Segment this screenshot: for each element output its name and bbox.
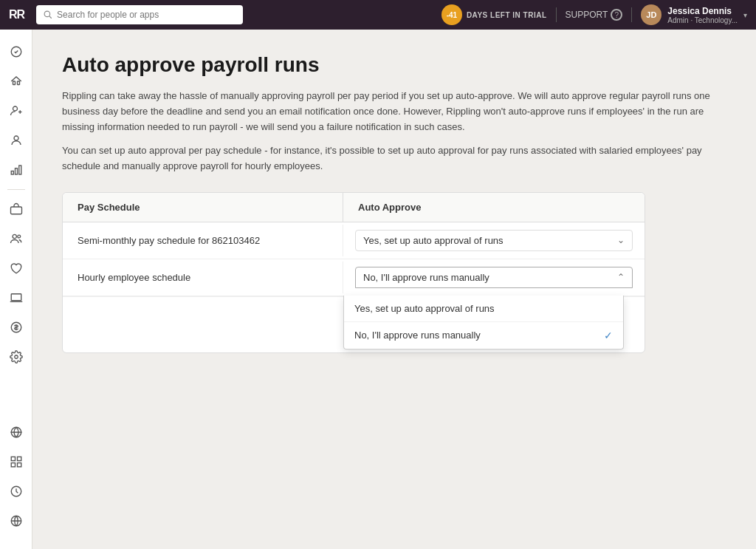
svg-rect-12: [10, 207, 21, 214]
chevron-up-icon: ⌃: [617, 272, 625, 282]
avatar: JD: [641, 4, 662, 25]
sidebar-item-gear[interactable]: [3, 344, 30, 370]
sidebar-item-globe[interactable]: [3, 419, 30, 446]
user-details: Jessica Dennis Admin · Technology...: [667, 6, 738, 24]
dropdown-trigger-1[interactable]: Yes, set up auto approval of runs ⌄: [355, 230, 633, 251]
dropdown-option-no[interactable]: No, I'll approve runs manually ✓: [344, 322, 623, 349]
nav-divider: [556, 7, 557, 22]
svg-rect-15: [11, 294, 21, 301]
col-approve-header: Auto Approve: [343, 193, 645, 222]
search-input[interactable]: [57, 10, 236, 20]
sidebar-item-laptop[interactable]: [3, 284, 30, 311]
help-icon: ?: [611, 9, 622, 21]
col-schedule-header: Pay Schedule: [63, 193, 343, 222]
dropdown-value-1: Yes, set up auto approval of runs: [363, 235, 504, 246]
sidebar-item-people[interactable]: [3, 225, 30, 252]
sidebar-item-settings-globe[interactable]: [3, 508, 30, 534]
sidebar-item-clock[interactable]: [3, 478, 30, 505]
sidebar-item-barchart[interactable]: [3, 157, 30, 183]
schedule-cell-2: Hourly employee schedule: [63, 262, 343, 293]
chevron-down-icon: ▾: [743, 11, 747, 19]
sidebar-bottom: [3, 419, 30, 540]
table-row: Semi-monthly pay schedule for 862103462 …: [63, 222, 645, 259]
trial-label: DAYS LEFT IN TRIAL: [467, 11, 547, 19]
sidebar-item-heart[interactable]: [3, 255, 30, 282]
nav-divider2: [631, 7, 632, 22]
chevron-down-icon: ⌄: [617, 235, 625, 245]
user-name: Jessica Dennis: [667, 6, 738, 16]
description-1: Rippling can take away the hassle of man…: [62, 89, 726, 134]
svg-rect-21: [11, 457, 15, 460]
payroll-schedule-table: Pay Schedule Auto Approve Semi-monthly p…: [62, 192, 645, 353]
svg-rect-9: [11, 171, 13, 175]
sidebar-item-home[interactable]: [3, 68, 30, 95]
user-role: Admin · Technology...: [667, 16, 738, 24]
sidebar-item-person-add[interactable]: [3, 98, 30, 124]
svg-rect-3: [13, 81, 15, 85]
dropdown-trigger-2[interactable]: No, I'll approve runs manually ⌃: [355, 267, 633, 288]
svg-line-1: [49, 16, 52, 18]
sidebar-item-person[interactable]: [3, 127, 30, 154]
svg-point-5: [13, 106, 17, 111]
svg-rect-10: [15, 168, 17, 174]
schedule-cell-1: Semi-monthly pay schedule for 862103462: [63, 225, 343, 256]
table-header: Pay Schedule Auto Approve: [63, 193, 645, 222]
approve-cell-1[interactable]: Yes, set up auto approval of runs ⌄: [343, 222, 645, 259]
sidebar-divider1: [7, 189, 25, 190]
sidebar-item-grid[interactable]: [3, 449, 30, 475]
top-navigation: RR -41 DAYS LEFT IN TRIAL SUPPORT ? JD J…: [0, 0, 756, 30]
svg-point-14: [17, 235, 20, 238]
dropdown-option-yes[interactable]: Yes, set up auto approval of runs: [344, 296, 623, 322]
page-title: Auto approve payroll runs: [62, 53, 726, 77]
trial-days: -41: [441, 4, 462, 25]
support-label: SUPPORT: [566, 10, 608, 20]
svg-point-19: [14, 355, 18, 359]
svg-rect-11: [18, 166, 21, 174]
table-row: Hourly employee schedule No, I'll approv…: [63, 259, 645, 296]
dropdown-value-2: No, I'll approve runs manually: [363, 272, 489, 283]
trial-badge: -41 DAYS LEFT IN TRIAL: [441, 4, 547, 25]
search-bar[interactable]: [36, 5, 243, 24]
sidebar-item-dollar[interactable]: [3, 314, 30, 341]
sidebar: [0, 30, 32, 549]
svg-rect-24: [17, 463, 21, 467]
svg-rect-22: [17, 457, 21, 460]
sidebar-item-check[interactable]: [3, 38, 30, 65]
svg-rect-23: [11, 463, 15, 467]
app-logo: RR: [9, 8, 24, 21]
sidebar-item-briefcase[interactable]: [3, 196, 30, 222]
svg-point-8: [14, 136, 18, 140]
search-icon: [44, 10, 52, 19]
svg-rect-4: [17, 81, 19, 85]
approve-cell-2[interactable]: No, I'll approve runs manually ⌃ Yes, se…: [343, 259, 645, 296]
main-layout: Auto approve payroll runs Rippling can t…: [0, 30, 756, 549]
checkmark-icon: ✓: [604, 330, 613, 341]
description-2: You can set up auto approval per pay sch…: [62, 143, 726, 174]
user-menu[interactable]: JD Jessica Dennis Admin · Technology... …: [641, 4, 747, 25]
svg-point-13: [13, 234, 16, 238]
dropdown-option-no-label: No, I'll approve runs manually: [354, 330, 481, 341]
support-button[interactable]: SUPPORT ?: [566, 9, 623, 21]
dropdown-option-yes-label: Yes, set up auto approval of runs: [354, 303, 495, 314]
main-content: Auto approve payroll runs Rippling can t…: [32, 30, 756, 549]
topnav-right: -41 DAYS LEFT IN TRIAL SUPPORT ? JD Jess…: [441, 4, 747, 25]
dropdown-menu: Yes, set up auto approval of runs No, I'…: [343, 296, 624, 349]
